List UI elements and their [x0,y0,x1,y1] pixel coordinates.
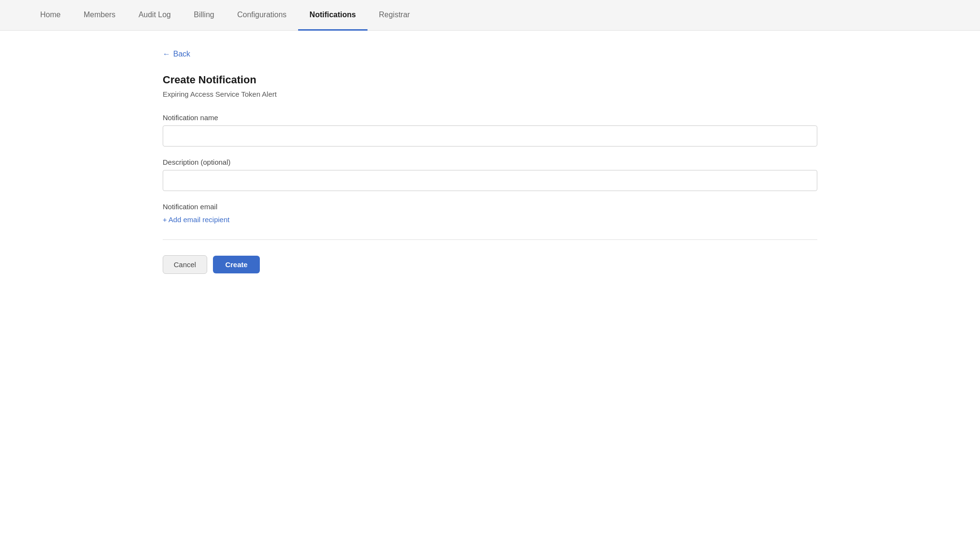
notification-name-label: Notification name [163,113,817,122]
notification-email-label: Notification email [163,203,817,211]
description-group: Description (optional) [163,158,817,191]
nav-item-notifications[interactable]: Notifications [298,0,368,31]
page-subtitle: Expiring Access Service Token Alert [163,90,817,98]
back-arrow-icon: ← [163,50,170,58]
add-email-link[interactable]: + Add email recipient [163,215,230,224]
create-button[interactable]: Create [213,256,260,273]
top-navigation: HomeMembersAudit LogBillingConfiguration… [0,0,980,31]
notification-name-group: Notification name [163,113,817,147]
cancel-button[interactable]: Cancel [163,255,207,274]
back-link-label: Back [173,50,190,58]
notification-name-input[interactable] [163,125,817,147]
nav-item-configurations[interactable]: Configurations [226,0,298,31]
back-link[interactable]: ← Back [163,50,190,58]
nav-item-members[interactable]: Members [72,0,127,31]
nav-item-home[interactable]: Home [29,0,72,31]
notification-email-group: Notification email + Add email recipient [163,203,817,224]
nav-item-registrar[interactable]: Registrar [368,0,422,31]
action-buttons: Cancel Create [163,255,817,274]
main-content: ← Back Create Notification Expiring Acce… [0,31,980,293]
page-title: Create Notification [163,74,817,86]
section-divider [163,239,817,240]
nav-item-audit-log[interactable]: Audit Log [127,0,182,31]
description-label: Description (optional) [163,158,817,166]
description-input[interactable] [163,170,817,191]
nav-item-billing[interactable]: Billing [182,0,226,31]
